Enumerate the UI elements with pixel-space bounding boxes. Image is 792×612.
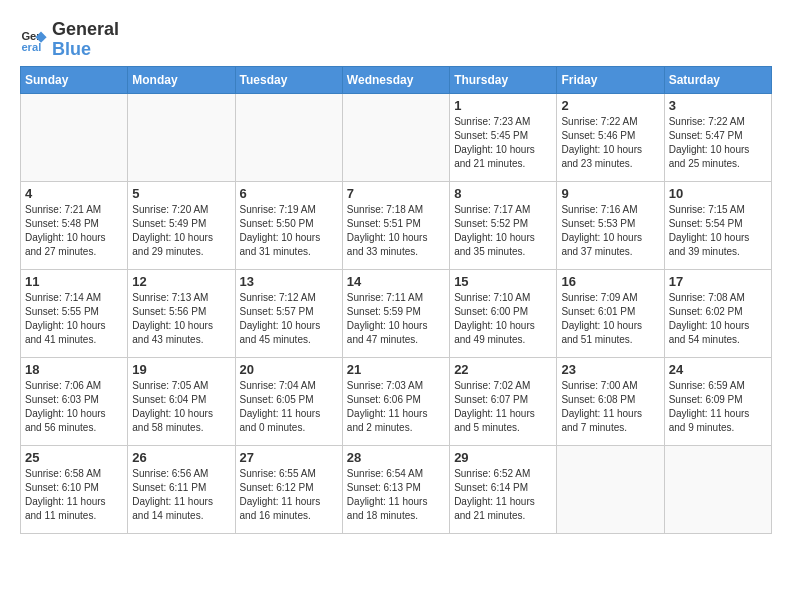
page-header: Gen eral GeneralBlue [20, 20, 772, 60]
logo-text: GeneralBlue [52, 20, 119, 60]
calendar-cell: 4Sunrise: 7:21 AM Sunset: 5:48 PM Daylig… [21, 181, 128, 269]
day-number: 2 [561, 98, 659, 113]
day-info: Sunrise: 6:59 AM Sunset: 6:09 PM Dayligh… [669, 379, 767, 435]
calendar-cell: 21Sunrise: 7:03 AM Sunset: 6:06 PM Dayli… [342, 357, 449, 445]
calendar-cell: 10Sunrise: 7:15 AM Sunset: 5:54 PM Dayli… [664, 181, 771, 269]
calendar-cell: 2Sunrise: 7:22 AM Sunset: 5:46 PM Daylig… [557, 93, 664, 181]
calendar-cell: 16Sunrise: 7:09 AM Sunset: 6:01 PM Dayli… [557, 269, 664, 357]
day-number: 23 [561, 362, 659, 377]
day-number: 15 [454, 274, 552, 289]
calendar-cell: 28Sunrise: 6:54 AM Sunset: 6:13 PM Dayli… [342, 445, 449, 533]
calendar-cell: 27Sunrise: 6:55 AM Sunset: 6:12 PM Dayli… [235, 445, 342, 533]
day-info: Sunrise: 7:21 AM Sunset: 5:48 PM Dayligh… [25, 203, 123, 259]
calendar-cell: 24Sunrise: 6:59 AM Sunset: 6:09 PM Dayli… [664, 357, 771, 445]
calendar-week-5: 25Sunrise: 6:58 AM Sunset: 6:10 PM Dayli… [21, 445, 772, 533]
calendar-cell: 13Sunrise: 7:12 AM Sunset: 5:57 PM Dayli… [235, 269, 342, 357]
day-number: 20 [240, 362, 338, 377]
day-number: 13 [240, 274, 338, 289]
calendar-cell: 1Sunrise: 7:23 AM Sunset: 5:45 PM Daylig… [450, 93, 557, 181]
day-number: 16 [561, 274, 659, 289]
day-info: Sunrise: 7:06 AM Sunset: 6:03 PM Dayligh… [25, 379, 123, 435]
day-number: 18 [25, 362, 123, 377]
day-info: Sunrise: 7:10 AM Sunset: 6:00 PM Dayligh… [454, 291, 552, 347]
day-number: 28 [347, 450, 445, 465]
day-info: Sunrise: 6:56 AM Sunset: 6:11 PM Dayligh… [132, 467, 230, 523]
day-header-friday: Friday [557, 66, 664, 93]
day-number: 21 [347, 362, 445, 377]
day-number: 25 [25, 450, 123, 465]
day-info: Sunrise: 6:52 AM Sunset: 6:14 PM Dayligh… [454, 467, 552, 523]
calendar-cell: 19Sunrise: 7:05 AM Sunset: 6:04 PM Dayli… [128, 357, 235, 445]
day-number: 29 [454, 450, 552, 465]
day-header-saturday: Saturday [664, 66, 771, 93]
svg-text:eral: eral [21, 41, 41, 53]
day-info: Sunrise: 6:58 AM Sunset: 6:10 PM Dayligh… [25, 467, 123, 523]
day-info: Sunrise: 7:03 AM Sunset: 6:06 PM Dayligh… [347, 379, 445, 435]
calendar-cell [128, 93, 235, 181]
calendar-table: SundayMondayTuesdayWednesdayThursdayFrid… [20, 66, 772, 534]
day-number: 26 [132, 450, 230, 465]
day-info: Sunrise: 7:17 AM Sunset: 5:52 PM Dayligh… [454, 203, 552, 259]
day-number: 19 [132, 362, 230, 377]
day-info: Sunrise: 7:08 AM Sunset: 6:02 PM Dayligh… [669, 291, 767, 347]
day-number: 5 [132, 186, 230, 201]
day-number: 1 [454, 98, 552, 113]
calendar-week-1: 1Sunrise: 7:23 AM Sunset: 5:45 PM Daylig… [21, 93, 772, 181]
day-info: Sunrise: 7:19 AM Sunset: 5:50 PM Dayligh… [240, 203, 338, 259]
day-info: Sunrise: 7:23 AM Sunset: 5:45 PM Dayligh… [454, 115, 552, 171]
calendar-cell: 7Sunrise: 7:18 AM Sunset: 5:51 PM Daylig… [342, 181, 449, 269]
day-header-monday: Monday [128, 66, 235, 93]
day-number: 10 [669, 186, 767, 201]
calendar-cell [342, 93, 449, 181]
day-info: Sunrise: 7:09 AM Sunset: 6:01 PM Dayligh… [561, 291, 659, 347]
calendar-cell: 9Sunrise: 7:16 AM Sunset: 5:53 PM Daylig… [557, 181, 664, 269]
day-info: Sunrise: 7:11 AM Sunset: 5:59 PM Dayligh… [347, 291, 445, 347]
day-header-thursday: Thursday [450, 66, 557, 93]
day-number: 12 [132, 274, 230, 289]
calendar-cell: 11Sunrise: 7:14 AM Sunset: 5:55 PM Dayli… [21, 269, 128, 357]
day-info: Sunrise: 7:20 AM Sunset: 5:49 PM Dayligh… [132, 203, 230, 259]
calendar-cell: 20Sunrise: 7:04 AM Sunset: 6:05 PM Dayli… [235, 357, 342, 445]
calendar-week-2: 4Sunrise: 7:21 AM Sunset: 5:48 PM Daylig… [21, 181, 772, 269]
calendar-cell: 15Sunrise: 7:10 AM Sunset: 6:00 PM Dayli… [450, 269, 557, 357]
calendar-cell: 12Sunrise: 7:13 AM Sunset: 5:56 PM Dayli… [128, 269, 235, 357]
calendar-cell: 25Sunrise: 6:58 AM Sunset: 6:10 PM Dayli… [21, 445, 128, 533]
calendar-cell [235, 93, 342, 181]
day-number: 6 [240, 186, 338, 201]
day-info: Sunrise: 6:54 AM Sunset: 6:13 PM Dayligh… [347, 467, 445, 523]
day-number: 3 [669, 98, 767, 113]
logo: Gen eral GeneralBlue [20, 20, 119, 60]
day-header-sunday: Sunday [21, 66, 128, 93]
calendar-cell: 26Sunrise: 6:56 AM Sunset: 6:11 PM Dayli… [128, 445, 235, 533]
day-info: Sunrise: 7:16 AM Sunset: 5:53 PM Dayligh… [561, 203, 659, 259]
day-number: 27 [240, 450, 338, 465]
day-number: 9 [561, 186, 659, 201]
calendar-header-row: SundayMondayTuesdayWednesdayThursdayFrid… [21, 66, 772, 93]
calendar-cell [664, 445, 771, 533]
calendar-week-4: 18Sunrise: 7:06 AM Sunset: 6:03 PM Dayli… [21, 357, 772, 445]
calendar-cell [21, 93, 128, 181]
calendar-cell: 6Sunrise: 7:19 AM Sunset: 5:50 PM Daylig… [235, 181, 342, 269]
calendar-cell: 14Sunrise: 7:11 AM Sunset: 5:59 PM Dayli… [342, 269, 449, 357]
day-info: Sunrise: 7:22 AM Sunset: 5:46 PM Dayligh… [561, 115, 659, 171]
day-number: 11 [25, 274, 123, 289]
day-info: Sunrise: 7:15 AM Sunset: 5:54 PM Dayligh… [669, 203, 767, 259]
day-number: 24 [669, 362, 767, 377]
day-info: Sunrise: 7:22 AM Sunset: 5:47 PM Dayligh… [669, 115, 767, 171]
day-number: 14 [347, 274, 445, 289]
calendar-cell: 18Sunrise: 7:06 AM Sunset: 6:03 PM Dayli… [21, 357, 128, 445]
day-info: Sunrise: 7:12 AM Sunset: 5:57 PM Dayligh… [240, 291, 338, 347]
calendar-cell: 3Sunrise: 7:22 AM Sunset: 5:47 PM Daylig… [664, 93, 771, 181]
day-number: 7 [347, 186, 445, 201]
day-info: Sunrise: 7:04 AM Sunset: 6:05 PM Dayligh… [240, 379, 338, 435]
calendar-cell: 29Sunrise: 6:52 AM Sunset: 6:14 PM Dayli… [450, 445, 557, 533]
day-info: Sunrise: 7:02 AM Sunset: 6:07 PM Dayligh… [454, 379, 552, 435]
calendar-cell: 17Sunrise: 7:08 AM Sunset: 6:02 PM Dayli… [664, 269, 771, 357]
day-info: Sunrise: 7:18 AM Sunset: 5:51 PM Dayligh… [347, 203, 445, 259]
day-info: Sunrise: 7:13 AM Sunset: 5:56 PM Dayligh… [132, 291, 230, 347]
day-info: Sunrise: 7:05 AM Sunset: 6:04 PM Dayligh… [132, 379, 230, 435]
calendar-cell: 5Sunrise: 7:20 AM Sunset: 5:49 PM Daylig… [128, 181, 235, 269]
day-header-tuesday: Tuesday [235, 66, 342, 93]
calendar-cell [557, 445, 664, 533]
calendar-cell: 22Sunrise: 7:02 AM Sunset: 6:07 PM Dayli… [450, 357, 557, 445]
